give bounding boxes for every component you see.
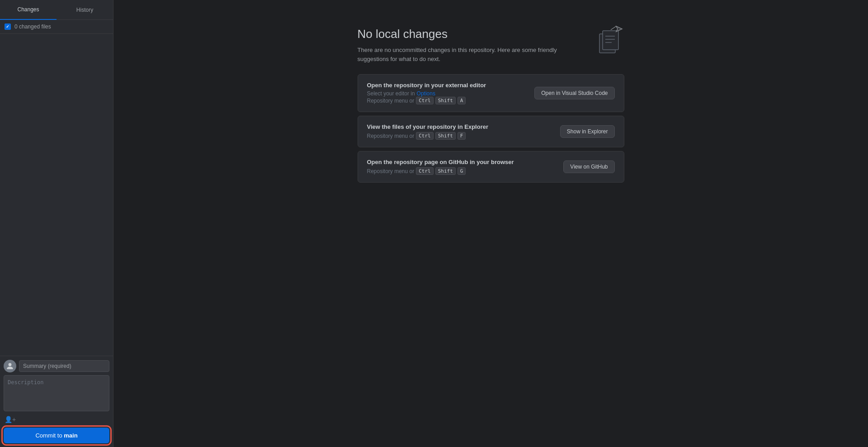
changed-files-count: 0 changed files bbox=[14, 24, 51, 30]
kbd-shift-2: Shift bbox=[435, 132, 456, 140]
description-input[interactable] bbox=[4, 375, 109, 411]
commit-area: 👤+ Commit to main bbox=[0, 356, 113, 447]
options-link[interactable]: Options bbox=[417, 90, 435, 97]
view-on-github-button[interactable]: View on GitHub bbox=[563, 160, 614, 173]
tab-history[interactable]: History bbox=[57, 0, 113, 20]
kbd-shift-3: Shift bbox=[435, 167, 456, 175]
suggestion-github-shortcut: Repository menu or Ctrl Shift G bbox=[367, 167, 557, 175]
kbd-ctrl-1: Ctrl bbox=[416, 97, 434, 104]
co-author-row: 👤+ bbox=[4, 414, 109, 425]
suggestion-editor-info: Open the repository in your external edi… bbox=[367, 82, 528, 104]
commit-button-prefix: Commit to bbox=[35, 432, 64, 439]
tab-changes[interactable]: Changes bbox=[0, 0, 57, 20]
show-in-explorer-button[interactable]: Show in Explorer bbox=[560, 125, 615, 138]
avatar bbox=[4, 360, 16, 372]
suggestion-editor-shortcut1: Select your editor in Options bbox=[367, 90, 528, 97]
kbd-a: A bbox=[458, 97, 466, 104]
illustration-svg bbox=[593, 23, 629, 59]
kbd-g: G bbox=[458, 167, 466, 175]
suggestion-explorer-title: View the files of your repository in Exp… bbox=[367, 123, 553, 130]
suggestion-editor: Open the repository in your external edi… bbox=[358, 74, 624, 112]
svg-line-5 bbox=[611, 26, 616, 30]
changed-files-header: 0 changed files bbox=[0, 20, 113, 34]
summary-row bbox=[4, 360, 109, 372]
avatar-icon bbox=[6, 362, 14, 370]
no-changes-text: No local changes There are no uncommitte… bbox=[358, 27, 584, 63]
suggestion-github-menu-prefix: Repository menu or bbox=[367, 168, 415, 174]
select-all-checkbox[interactable] bbox=[5, 24, 11, 30]
illustration bbox=[593, 23, 624, 54]
co-author-icon: 👤+ bbox=[5, 416, 16, 423]
commit-button[interactable]: Commit to main bbox=[4, 428, 109, 443]
suggestion-explorer-info: View the files of your repository in Exp… bbox=[367, 123, 553, 140]
kbd-f: F bbox=[458, 132, 466, 140]
svg-rect-1 bbox=[603, 31, 618, 50]
kbd-ctrl-3: Ctrl bbox=[416, 167, 434, 175]
no-changes-container: No local changes There are no uncommitte… bbox=[358, 27, 624, 186]
suggestion-explorer: View the files of your repository in Exp… bbox=[358, 116, 624, 147]
commit-button-branch: main bbox=[64, 432, 77, 439]
kbd-ctrl-2: Ctrl bbox=[416, 132, 434, 140]
tabs-container: Changes History bbox=[0, 0, 113, 20]
file-list bbox=[0, 34, 113, 195]
no-changes-title: No local changes bbox=[358, 27, 584, 41]
suggestion-editor-menu-prefix: Repository menu or bbox=[367, 98, 415, 104]
summary-input[interactable] bbox=[19, 360, 109, 372]
sidebar-spacer bbox=[0, 195, 113, 356]
suggestion-explorer-shortcut: Repository menu or Ctrl Shift F bbox=[367, 132, 553, 140]
suggestion-editor-title: Open the repository in your external edi… bbox=[367, 82, 528, 89]
suggestion-editor-shortcut2: Repository menu or Ctrl Shift A bbox=[367, 97, 528, 104]
no-changes-subtitle: There are no uncommitted changes in this… bbox=[358, 46, 575, 63]
sidebar: Changes History 0 changed files 👤+ Commi… bbox=[0, 0, 113, 447]
suggestion-github: Open the repository page on GitHub in yo… bbox=[358, 151, 624, 183]
no-changes-header: No local changes There are no uncommitte… bbox=[358, 27, 624, 63]
suggestion-github-title: Open the repository page on GitHub in yo… bbox=[367, 159, 557, 165]
open-in-vscode-button[interactable]: Open in Visual Studio Code bbox=[534, 87, 614, 99]
kbd-shift-1: Shift bbox=[435, 97, 456, 104]
suggestion-explorer-menu-prefix: Repository menu or bbox=[367, 133, 415, 139]
main-content: No local changes There are no uncommitte… bbox=[113, 0, 868, 447]
suggestion-github-info: Open the repository page on GitHub in yo… bbox=[367, 159, 557, 175]
suggestion-editor-options-prefix: Select your editor in bbox=[367, 90, 415, 97]
